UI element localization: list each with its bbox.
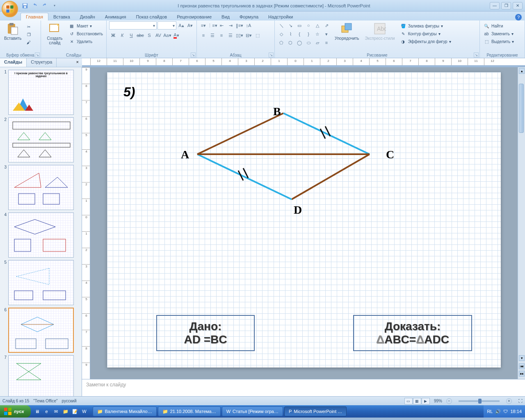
help-icon[interactable]: ? xyxy=(515,14,522,21)
given-box[interactable]: Дано: AD =BC xyxy=(156,315,255,351)
tab-animation[interactable]: Анимация xyxy=(100,13,131,21)
thumbnail-7[interactable]: 7 xyxy=(2,355,80,396)
clipboard-launcher[interactable]: ↘ xyxy=(35,52,40,57)
tab-slideshow[interactable]: Показ слайдов xyxy=(131,13,172,21)
change-case-button[interactable]: Aa▾ xyxy=(163,31,171,39)
smartart-button[interactable]: ⬚ xyxy=(253,31,262,39)
font-launcher[interactable]: ↘ xyxy=(191,52,196,57)
paste-button[interactable]: Вставить xyxy=(2,21,23,46)
shape-di-icon[interactable]: ◇ xyxy=(277,30,285,38)
shape-line2-icon[interactable]: ⌇ xyxy=(286,30,294,38)
align-left-button[interactable]: ≡ xyxy=(199,31,208,39)
scroll-up-icon[interactable]: ▴ xyxy=(519,68,525,74)
fit-window-button[interactable]: ⛶ xyxy=(518,399,523,403)
shape-r4-icon[interactable]: ⬡ xyxy=(286,39,294,47)
shape-more2-icon[interactable]: ▾ xyxy=(322,30,331,38)
font-size-select[interactable] xyxy=(158,21,176,30)
shape-outline-button[interactable]: ✎Контур фигуры ▾ xyxy=(399,30,452,37)
clock[interactable]: 18:14 xyxy=(510,409,522,414)
tab-view[interactable]: Вид xyxy=(217,13,235,21)
shape-tri-icon[interactable]: △ xyxy=(313,21,322,30)
tab-insert[interactable]: Вставка xyxy=(48,13,75,21)
scroll-thumb[interactable] xyxy=(519,84,524,133)
new-slide-button[interactable]: Создать слайд xyxy=(43,21,66,46)
thumbnail-4[interactable]: 4 xyxy=(2,212,80,258)
ql-outlook-icon[interactable]: ✉ xyxy=(52,407,60,416)
shape-r3-icon[interactable]: ⬠ xyxy=(277,39,285,47)
tab-formula[interactable]: Формула xyxy=(235,13,263,21)
qat-dropdown-icon[interactable]: ▾ xyxy=(51,2,58,9)
align-text-button[interactable]: ⊟▾ xyxy=(244,31,253,39)
delete-slide-button[interactable]: ✕Удалить xyxy=(68,38,104,45)
qat-redo-icon[interactable] xyxy=(41,2,48,9)
start-button[interactable]: пуск xyxy=(0,405,31,418)
view-slideshow-button[interactable]: ▶ xyxy=(422,398,430,404)
shape-brace2-icon[interactable]: } xyxy=(304,30,313,38)
shape-callout-icon[interactable]: ☆ xyxy=(313,30,322,38)
zoom-in-button[interactable]: + xyxy=(506,398,512,404)
arrange-button[interactable]: Упорядочить xyxy=(333,21,361,41)
shape-line-icon[interactable]: ＼ xyxy=(277,21,285,30)
indent-inc-button[interactable]: ⇥ xyxy=(226,21,235,30)
thumbnail-2[interactable]: 2 xyxy=(2,117,80,162)
spacing-button[interactable]: AV xyxy=(154,31,162,39)
align-center-button[interactable]: ☰ xyxy=(208,31,217,39)
shapes-expand-icon[interactable]: ≡ xyxy=(322,39,331,47)
italic-button[interactable]: К xyxy=(118,31,126,39)
ql-ie-icon[interactable]: е xyxy=(43,407,51,416)
zoom-out-button[interactable]: − xyxy=(446,398,452,404)
zoom-handle[interactable] xyxy=(478,399,482,404)
tab-review[interactable]: Рецензирование xyxy=(172,13,217,21)
shape-r7-icon[interactable]: ▱ xyxy=(313,39,322,47)
thumbnail-5[interactable]: 5 xyxy=(2,260,80,305)
reset-button[interactable]: ↺Восстановить xyxy=(68,30,104,37)
close-button[interactable]: ✕ xyxy=(513,2,523,9)
task-3[interactable]: WСтатья [Режим огра… xyxy=(222,406,283,416)
columns-button[interactable]: ▯▯▾ xyxy=(235,31,244,39)
shape-rect-icon[interactable]: ▭ xyxy=(295,21,304,30)
view-sorter-button[interactable]: ▦ xyxy=(413,398,421,404)
text-direction-button[interactable]: ↕A xyxy=(244,21,253,30)
font-color-button[interactable]: A▾ xyxy=(172,31,180,39)
strike-button[interactable]: abc xyxy=(136,31,144,39)
slide-canvas[interactable]: 5) xyxy=(90,67,518,379)
shape-fill-button[interactable]: 🪣Заливка фигуры ▾ xyxy=(399,22,452,30)
tab-design[interactable]: Дизайн xyxy=(75,13,100,21)
prev-slide-icon[interactable]: ⏮ xyxy=(519,363,525,369)
drawing-launcher[interactable]: ↘ xyxy=(474,52,479,57)
view-normal-button[interactable]: ▭ xyxy=(404,398,413,404)
ql-desktop-icon[interactable]: 🖥 xyxy=(33,407,41,416)
format-painter-button[interactable]: 🖌 xyxy=(25,39,33,46)
tab-addins[interactable]: Надстройки xyxy=(263,13,298,21)
office-button[interactable] xyxy=(2,1,18,17)
find-button[interactable]: 🔍Найти xyxy=(482,22,522,30)
task-1[interactable]: 📁Валентина Михайло… xyxy=(93,406,157,416)
quick-styles-button[interactable]: Abc Экспресс-стили xyxy=(363,21,397,41)
numbering-button[interactable]: ⋮≡▾ xyxy=(208,21,217,30)
shape-arrow-icon[interactable]: ↘ xyxy=(286,21,294,30)
replace-button[interactable]: abЗаменить ▾ xyxy=(482,30,522,37)
task-2[interactable]: 📁21.10.2008. Матема… xyxy=(158,406,221,416)
minimize-button[interactable]: — xyxy=(490,2,500,9)
tray-shield-icon[interactable]: 🛡 xyxy=(503,409,508,414)
thumbnail-1[interactable]: 1I признак равенства треугольников в зад… xyxy=(2,70,80,115)
thumbnails-pane[interactable]: 1I признак равенства треугольников в зад… xyxy=(0,67,82,396)
justify-button[interactable]: ☰ xyxy=(226,31,235,39)
notes-pane[interactable]: Заметки к слайду xyxy=(82,379,525,396)
shape-oval-icon[interactable]: ○ xyxy=(304,21,313,30)
shrink-font-button[interactable]: A▾ xyxy=(186,21,194,30)
copy-button[interactable]: ❐ xyxy=(25,31,33,38)
prove-box[interactable]: Доказать: ΔABC=ΔADC xyxy=(353,315,472,351)
align-right-button[interactable]: ≡ xyxy=(217,31,226,39)
shape-more1-icon[interactable]: ⇗ xyxy=(322,21,331,30)
ql-word-icon[interactable]: W xyxy=(80,407,89,416)
ql-app1-icon[interactable]: 📁 xyxy=(62,407,70,416)
font-family-select[interactable] xyxy=(109,21,157,30)
thumbnail-3[interactable]: 3 xyxy=(2,165,80,210)
next-slide-icon[interactable]: ⏭ xyxy=(519,371,525,377)
shape-effects-button[interactable]: ◑Эффекты для фигур ▾ xyxy=(399,38,452,45)
qat-save-icon[interactable] xyxy=(21,2,29,9)
panel-tab-slides[interactable]: Слайды xyxy=(0,58,27,67)
grow-font-button[interactable]: A▴ xyxy=(177,21,185,30)
shadow-button[interactable]: S xyxy=(145,31,153,39)
